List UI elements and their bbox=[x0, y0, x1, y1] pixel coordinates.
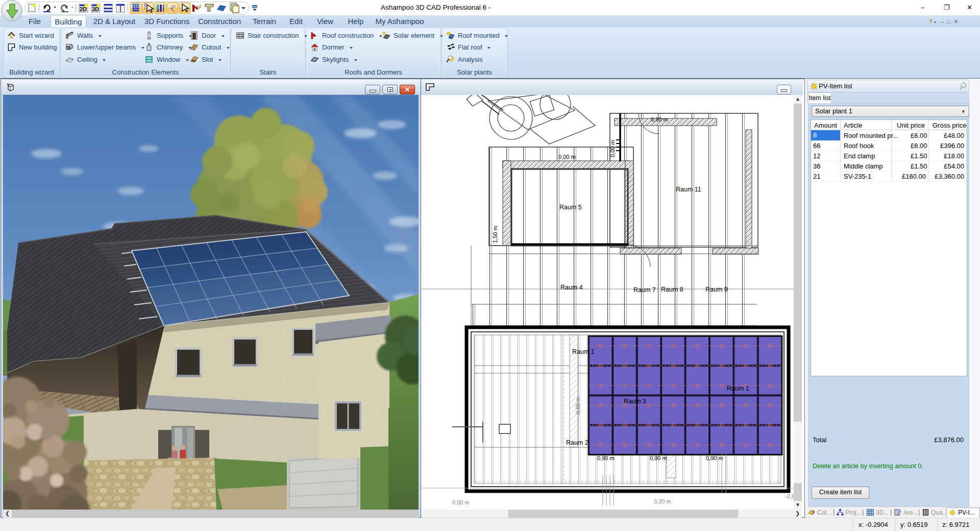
svg-text:Raum 1: Raum 1 bbox=[727, 385, 749, 392]
svg-text:Raum 1: Raum 1 bbox=[572, 348, 595, 355]
svg-text:Raum 9: Raum 9 bbox=[705, 286, 728, 293]
svg-text:Raum 8: Raum 8 bbox=[661, 286, 683, 293]
svg-text:2D: 2D bbox=[80, 6, 87, 12]
svg-text:Raum 4: Raum 4 bbox=[560, 284, 583, 291]
svg-text:Raum 2: Raum 2 bbox=[566, 439, 589, 446]
svg-text:Raum 5: Raum 5 bbox=[559, 204, 582, 211]
svg-text:Raum 7: Raum 7 bbox=[633, 286, 656, 294]
svg-text:0,00 m: 0,00 m bbox=[575, 397, 581, 414]
svg-text:0,90 m: 0,90 m bbox=[706, 455, 723, 461]
svg-text:Raum 11: Raum 11 bbox=[676, 186, 701, 193]
svg-text:-2,80: -2,80 bbox=[785, 493, 794, 499]
svg-text:1,50 m: 1,50 m bbox=[492, 226, 498, 243]
svg-text:0,90 m: 0,90 m bbox=[650, 455, 667, 461]
svg-text:0,90 m: 0,90 m bbox=[597, 455, 615, 461]
svg-text:0,00 m: 0,00 m bbox=[558, 154, 576, 160]
svg-text:0,90 m: 0,90 m bbox=[651, 116, 668, 123]
svg-text:0,00 m: 0,00 m bbox=[609, 140, 616, 157]
svg-text:Raum 3: Raum 3 bbox=[624, 398, 646, 405]
svg-text:3D: 3D bbox=[92, 6, 99, 12]
svg-text:0,20 m: 0,20 m bbox=[654, 498, 671, 504]
svg-text:0,00 m: 0,00 m bbox=[452, 499, 470, 505]
